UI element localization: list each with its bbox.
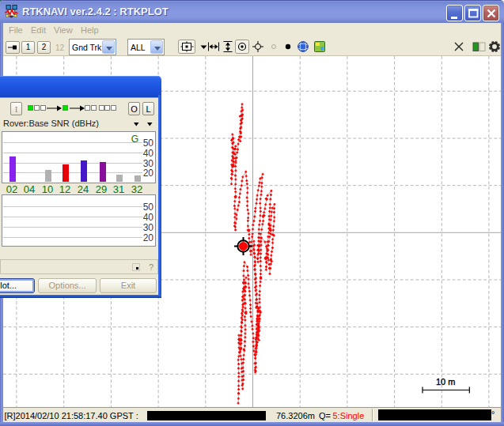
svg-text:10 m: 10 m <box>436 377 455 386</box>
